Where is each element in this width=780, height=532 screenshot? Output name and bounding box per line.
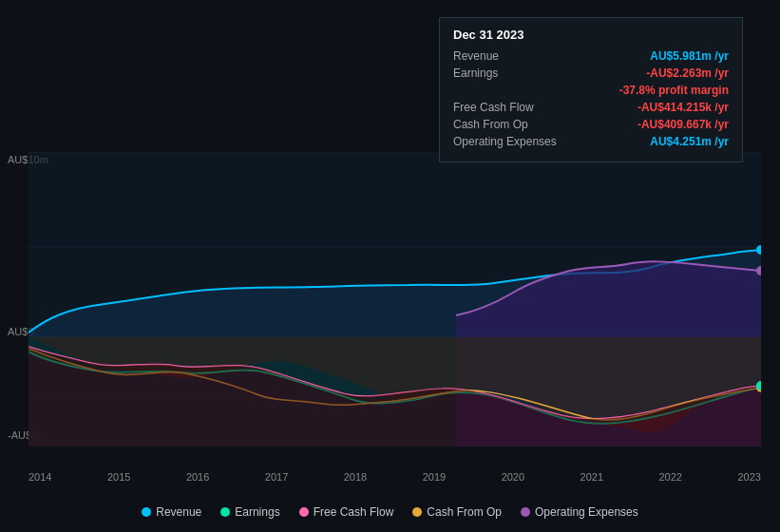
legend-earnings[interactable]: Earnings [220,505,279,519]
legend-cashop[interactable]: Cash From Op [412,505,502,519]
earnings-value: -AU$2.263m /yr [646,66,729,80]
cashop-label: Cash From Op [453,118,528,131]
legend-label-revenue: Revenue [156,505,201,519]
legend-label-earnings: Earnings [235,505,279,519]
opex-value: AU$4.251m /yr [650,135,729,148]
earnings-label: Earnings [453,66,498,80]
x-label-2019: 2019 [423,471,446,483]
profit-margin-value: -37.8% profit margin [619,84,729,97]
legend-label-opex: Operating Expenses [535,505,638,519]
fcf-label: Free Cash Flow [453,101,534,114]
tooltip-row-opex: Operating Expenses AU$4.251m /yr [453,135,729,148]
legend-dot-revenue [142,507,151,517]
x-label-2021: 2021 [580,471,603,483]
chart-svg [29,152,761,446]
x-label-2020: 2020 [502,471,524,483]
legend-revenue[interactable]: Revenue [142,505,201,519]
x-axis-labels: 2014 2015 2016 2017 2018 2019 2020 2021 … [29,471,761,483]
legend-label-fcf: Free Cash Flow [314,505,394,519]
cashop-value: -AU$409.667k /yr [637,118,729,131]
legend-fcf[interactable]: Free Cash Flow [299,505,394,519]
x-label-2017: 2017 [265,471,288,483]
x-label-2015: 2015 [107,471,130,483]
profit-margin-row: -37.8% profit margin [453,84,729,97]
chart-legend: Revenue Earnings Free Cash Flow Cash Fro… [0,505,780,519]
tooltip-date: Dec 31 2023 [453,28,729,42]
x-label-2018: 2018 [344,471,367,483]
fcf-value: -AU$414.215k /yr [637,101,729,114]
legend-dot-cashop [412,507,422,517]
x-label-2016: 2016 [186,471,209,483]
tooltip-row-earnings: Earnings -AU$2.263m /yr [453,66,729,80]
legend-dot-fcf [299,507,309,517]
legend-dot-earnings [220,507,230,517]
opex-label: Operating Expenses [453,135,557,148]
x-label-2023: 2023 [737,471,760,483]
legend-dot-opex [521,507,530,517]
legend-label-cashop: Cash From Op [427,505,502,519]
chart-container: Dec 31 2023 Revenue AU$5.981m /yr Earnin… [0,0,780,532]
tooltip-row-revenue: Revenue AU$5.981m /yr [453,49,729,63]
tooltip-row-cashop: Cash From Op -AU$409.667k /yr [453,118,729,131]
x-label-2022: 2022 [659,471,682,483]
revenue-label: Revenue [453,49,499,63]
revenue-value: AU$5.981m /yr [650,49,729,63]
legend-opex[interactable]: Operating Expenses [521,505,638,519]
tooltip-row-fcf: Free Cash Flow -AU$414.215k /yr [453,101,729,114]
x-label-2014: 2014 [29,471,51,483]
tooltip-box: Dec 31 2023 Revenue AU$5.981m /yr Earnin… [439,17,743,162]
